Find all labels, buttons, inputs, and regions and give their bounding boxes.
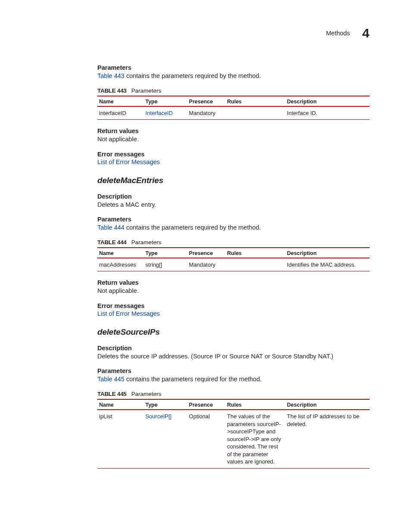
col-header-description: Description xyxy=(285,248,370,258)
sourceip-type-link[interactable]: SourceIP[] xyxy=(145,413,171,420)
return-values-heading: Return values xyxy=(97,279,370,286)
cell-name: ipList xyxy=(97,410,143,468)
table-444-link[interactable]: Table 444 xyxy=(97,224,125,231)
table-445-label: Parameters xyxy=(131,391,162,397)
method-heading-deletesourceips: deleteSourceIPs xyxy=(97,327,370,337)
parameters-heading: Parameters xyxy=(97,367,370,374)
table-header-row: Name Type Presence Rules Description xyxy=(97,96,370,106)
parameters-intro: Table 445 contains the parameters requir… xyxy=(97,375,370,384)
cell-description: The list of IP addresses to be deleted. xyxy=(285,410,370,468)
col-header-name: Name xyxy=(97,399,143,410)
col-header-presence: Presence xyxy=(187,248,225,258)
running-head-chapter-number: 4 xyxy=(362,26,370,40)
parameters-intro-tail: contains the parameters required by the … xyxy=(125,72,261,79)
return-values-text: Not applicable. xyxy=(97,287,370,296)
table-445: Name Type Presence Rules Description ipL… xyxy=(97,399,370,469)
col-header-type: Type xyxy=(143,248,187,258)
parameters-intro-tail: contains the parameters required by the … xyxy=(125,224,261,231)
col-header-description: Description xyxy=(285,96,370,106)
description-text: Deletes a MAC entry. xyxy=(97,201,370,209)
parameters-heading: Parameters xyxy=(97,64,370,71)
col-header-rules: Rules xyxy=(225,96,285,106)
description-heading: Description xyxy=(97,345,370,352)
running-head-section: Methods xyxy=(326,30,350,37)
table-header-row: Name Type Presence Rules Description xyxy=(97,248,370,258)
cell-presence: Optional xyxy=(187,410,225,468)
parameters-intro: Table 444 contains the parameters requir… xyxy=(97,224,370,232)
table-row: macAddresses string[] Mandatory Identifi… xyxy=(97,258,370,271)
table-443-caption: TABLE 443 Parameters xyxy=(97,87,370,94)
col-header-type: Type xyxy=(143,399,187,410)
table-443: Name Type Presence Rules Description int… xyxy=(97,96,370,120)
table-445-number: TABLE 445 xyxy=(97,391,127,397)
description-heading: Description xyxy=(97,193,370,200)
table-444-number: TABLE 444 xyxy=(97,239,127,246)
return-values-heading: Return values xyxy=(97,128,370,134)
running-head: Methods 4 xyxy=(41,26,370,40)
col-header-name: Name xyxy=(97,96,143,106)
table-445-link[interactable]: Table 445 xyxy=(97,376,125,383)
table-444-label: Parameters xyxy=(131,239,162,246)
parameters-intro: Table 443 contains the parameters requir… xyxy=(97,72,370,81)
error-messages-link[interactable]: List of Error Messages xyxy=(97,159,370,165)
parameters-intro-tail: contains the parameters required for the… xyxy=(125,376,262,383)
table-row: interfaceID InterfaceID Mandatory Interf… xyxy=(97,106,370,120)
table-443-label: Parameters xyxy=(131,87,162,94)
cell-rules xyxy=(225,106,285,120)
col-header-name: Name xyxy=(97,248,143,258)
cell-rules xyxy=(225,258,285,271)
table-443-number: TABLE 443 xyxy=(97,87,127,94)
cell-description: Interface ID. xyxy=(285,106,370,120)
table-443-link[interactable]: Table 443 xyxy=(97,72,125,79)
content-body: Parameters Table 443 contains the parame… xyxy=(97,64,370,469)
table-header-row: Name Type Presence Rules Description xyxy=(97,399,370,410)
cell-name: interfaceID xyxy=(97,106,143,120)
col-header-rules: Rules xyxy=(225,248,285,258)
method-heading-deletemacentries: deleteMacEntries xyxy=(97,176,370,185)
error-messages-link[interactable]: List of Error Messages xyxy=(97,310,370,317)
col-header-type: Type xyxy=(143,96,187,106)
col-header-presence: Presence xyxy=(187,399,225,410)
cell-description: Identifies the MAC address. xyxy=(285,258,370,271)
cell-name: macAddresses xyxy=(97,258,143,271)
cell-presence: Mandatory xyxy=(187,106,225,120)
return-values-text: Not applicable. xyxy=(97,135,370,144)
cell-type: SourceIP[] xyxy=(143,410,187,468)
parameters-heading: Parameters xyxy=(97,216,370,223)
interfaceid-type-link[interactable]: InterfaceID xyxy=(145,110,173,116)
cell-type: InterfaceID xyxy=(143,106,187,120)
cell-type: string[] xyxy=(143,258,187,271)
table-445-caption: TABLE 445 Parameters xyxy=(97,391,370,397)
table-row: ipList SourceIP[] Optional The values of… xyxy=(97,410,370,468)
table-444-caption: TABLE 444 Parameters xyxy=(97,239,370,246)
col-header-description: Description xyxy=(285,399,370,410)
error-messages-heading: Error messages xyxy=(97,302,370,309)
description-text: Deletes the source IP addresses. (Source… xyxy=(97,352,370,361)
col-header-presence: Presence xyxy=(187,96,225,106)
cell-presence: Mandatory xyxy=(187,258,225,271)
table-444: Name Type Presence Rules Description mac… xyxy=(97,247,370,272)
error-messages-heading: Error messages xyxy=(97,151,370,158)
page: Methods 4 Parameters Table 443 contains … xyxy=(0,0,411,532)
col-header-rules: Rules xyxy=(225,399,285,410)
cell-rules: The values of the parameters sourceIP->s… xyxy=(225,410,285,468)
